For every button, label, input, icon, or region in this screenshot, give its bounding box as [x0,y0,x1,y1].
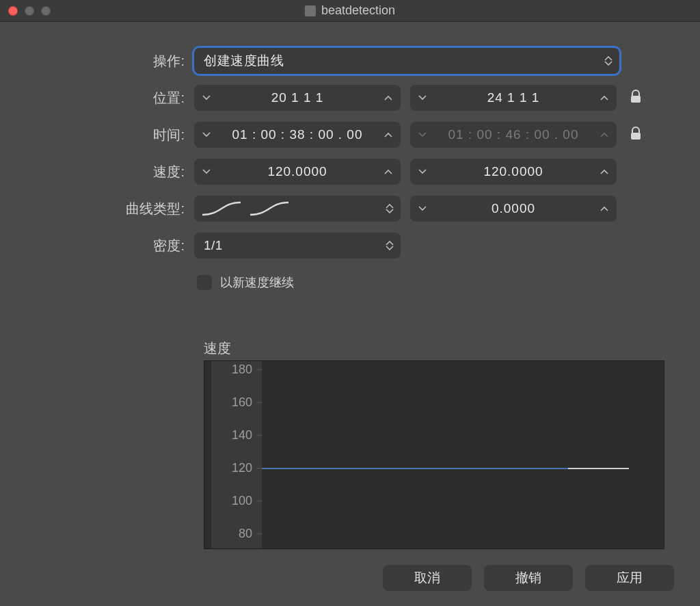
curve-type-select[interactable] [194,196,401,222]
chart-series-line [568,468,629,469]
density-value: 1/1 [194,238,223,253]
window-title-text: beatdetection [321,3,395,18]
select-stepper-icon [604,56,612,66]
select-stepper-icon [386,204,394,213]
document-icon [305,5,316,16]
position-end-value: 24 1 1 1 [427,90,600,105]
chevron-down-icon [202,132,211,137]
label-tempo: 速度: [37,163,194,181]
chevron-up-icon [600,132,608,137]
y-axis-tick-label: 100 [204,494,252,508]
label-density: 密度: [37,237,194,255]
minimize-window-button[interactable] [25,6,34,16]
titlebar: beatdetection [0,0,700,22]
curve-value-field[interactable]: 0.0000 [410,196,617,222]
zoom-window-button[interactable] [41,6,51,16]
undo-button[interactable]: 撤销 [484,565,573,591]
label-curve-type: 曲线类型: [37,200,194,218]
chevron-down-icon [202,95,211,101]
window-title: beatdetection [305,3,395,18]
tempo-end-field[interactable]: 120.0000 [410,159,617,185]
tempo-start-value: 120.0000 [211,164,384,179]
y-axis-tick-label: 120 [204,461,252,475]
svg-rect-1 [631,133,641,140]
chevron-down-icon [418,206,427,211]
y-axis-tick-label: 160 [204,395,252,410]
close-window-button[interactable] [8,6,18,16]
time-end-field[interactable]: 01 : 00 : 46 : 00 . 00 [410,122,617,148]
apply-button[interactable]: 应用 [585,565,674,591]
svg-rect-0 [631,96,641,103]
chevron-up-icon [384,132,392,137]
lock-icon[interactable] [630,90,642,107]
label-operation: 操作: [37,52,194,70]
chart-series-line [262,468,568,469]
label-position: 位置: [37,89,194,107]
curve-value: 0.0000 [427,201,600,216]
time-start-field[interactable]: 01 : 00 : 38 : 00 . 00 [194,122,401,148]
y-axis-tick-label: 180 [204,363,252,377]
window-controls [8,6,51,16]
tempo-start-field[interactable]: 120.0000 [194,159,401,185]
tempo-chart[interactable]: 80100120140160180 [204,360,664,549]
density-select[interactable]: 1/1 [194,233,401,259]
curve-icon [201,201,290,216]
chevron-up-icon [384,169,392,174]
time-start-value: 01 : 00 : 38 : 00 . 00 [211,127,384,142]
chevron-down-icon [418,95,427,101]
position-start-value: 20 1 1 1 [211,90,384,105]
chevron-down-icon [418,169,427,174]
cancel-button[interactable]: 取消 [383,565,472,591]
chevron-up-icon [384,95,392,101]
operation-selected-text: 创建速度曲线 [194,52,284,70]
position-start-field[interactable]: 20 1 1 1 [194,85,401,111]
chevron-up-icon [600,95,608,101]
chevron-up-icon [600,169,608,174]
chart-title: 速度 [204,339,663,358]
label-time: 时间: [37,126,194,144]
operation-select[interactable]: 创建速度曲线 [194,48,619,74]
lock-icon[interactable] [630,127,642,144]
chevron-down-icon [418,132,427,137]
y-axis-tick-label: 80 [204,527,252,541]
chevron-down-icon [202,169,211,174]
chevron-up-icon [600,206,608,211]
continue-with-new-tempo-label: 以新速度继续 [220,274,294,291]
time-end-value: 01 : 00 : 46 : 00 . 00 [427,127,600,142]
position-end-field[interactable]: 24 1 1 1 [410,85,617,111]
select-stepper-icon [386,241,394,250]
y-axis-tick-label: 140 [204,428,252,443]
continue-with-new-tempo-checkbox[interactable] [197,275,212,290]
tempo-end-value: 120.0000 [427,164,600,179]
